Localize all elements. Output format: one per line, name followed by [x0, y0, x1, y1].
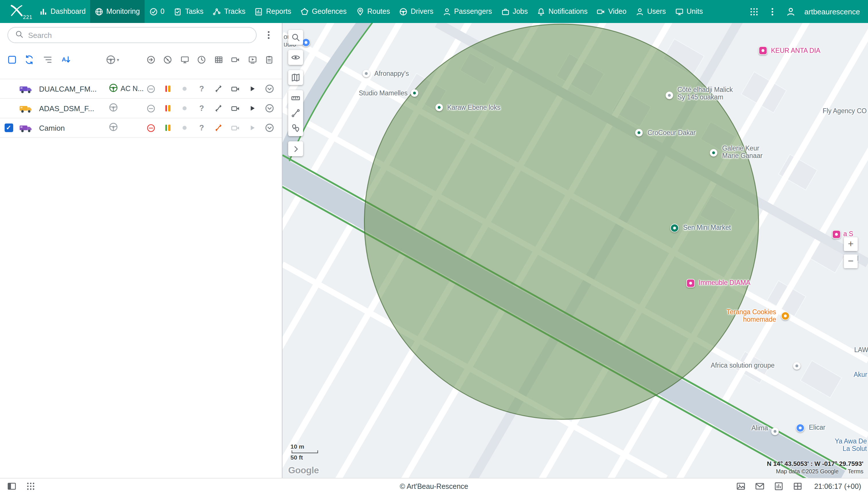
sort-az-button[interactable]: A	[59, 52, 74, 67]
poi-ring-icon	[411, 89, 418, 97]
table-view-icon[interactable]	[793, 481, 803, 491]
driver-cell[interactable]: AC N...	[108, 83, 144, 95]
unit-row[interactable]: ✓Camion?	[0, 118, 282, 138]
vehicle-icon	[19, 122, 33, 133]
nav-jobs[interactable]: Jobs	[497, 0, 532, 23]
nav-units[interactable]: Units	[671, 0, 708, 23]
poi-filled-icon	[781, 311, 790, 320]
column-no-signal-icon[interactable]	[159, 55, 176, 64]
collapse-panel-button[interactable]	[288, 141, 303, 156]
account-name[interactable]: artbeaurescence	[804, 7, 860, 16]
nav-geofences[interactable]: Geofences	[296, 0, 351, 23]
unit-row[interactable]: ADAS_DSM_F...?	[0, 99, 282, 118]
map-label: Afronappy's	[374, 70, 409, 78]
zoom-in-button[interactable]: +	[844, 237, 858, 251]
map-layers-button[interactable]	[288, 70, 303, 85]
markers-button[interactable]	[288, 121, 303, 136]
driver-cell[interactable]	[108, 122, 121, 134]
poi-ring-icon	[793, 362, 801, 369]
nav-routes[interactable]: Routes	[351, 0, 394, 23]
apps-dock-icon[interactable]	[26, 481, 36, 491]
map[interactable]: ouudioAfronappy'sStudio MamellesKaraw Eb…	[282, 23, 868, 478]
monitoring-icon	[95, 7, 103, 16]
search-input[interactable]	[28, 31, 249, 39]
measure-button[interactable]	[288, 91, 303, 106]
nav-drivers[interactable]: Drivers	[395, 0, 438, 23]
column-playback-icon[interactable]	[244, 55, 261, 64]
nav-dashboard[interactable]: Dashboard	[35, 0, 90, 23]
account-icon[interactable]	[786, 6, 796, 16]
apps-grid-icon[interactable]	[749, 6, 759, 16]
toggle-panel-icon[interactable]	[7, 481, 17, 491]
zoom-out-button[interactable]: −	[844, 254, 858, 268]
unit-row[interactable]: DUALCAM_FM...AC N...?	[0, 79, 282, 99]
refresh-button[interactable]	[22, 52, 37, 67]
play-icon[interactable]	[244, 104, 261, 112]
multiselect-button[interactable]	[5, 52, 20, 67]
messages-icon[interactable]	[755, 481, 765, 491]
nav-label: Tracks	[224, 7, 245, 16]
nav-label: Drivers	[411, 7, 433, 16]
column-time-icon[interactable]	[193, 55, 210, 64]
routing-button[interactable]	[288, 106, 303, 121]
column-commands-icon[interactable]	[142, 55, 159, 64]
map-labels: ouudioAfronappy'sStudio MamellesKaraw Eb…	[282, 23, 868, 478]
terms-link[interactable]: Terms	[848, 468, 863, 474]
nav-tracks[interactable]: Tracks	[208, 0, 250, 23]
nav-tasks[interactable]: Tasks	[169, 0, 208, 23]
unit-checkbox[interactable]: ✓	[4, 123, 13, 132]
driver-filter-button[interactable]: ▾	[105, 52, 120, 67]
expand-icon[interactable]	[261, 103, 278, 113]
panel-menu-icon[interactable]	[261, 30, 276, 40]
expand-icon[interactable]	[261, 84, 278, 94]
map-label: Africa solution groupe	[711, 362, 774, 369]
map-label: Karaw Ebene loks	[447, 104, 500, 111]
map-label: CroCoeur Dakar	[648, 129, 695, 137]
nav-apps-count[interactable]: 0	[144, 0, 169, 23]
unit-name[interactable]: DUALCAM_FM...	[39, 84, 97, 93]
app-logo[interactable]: 221	[0, 0, 35, 23]
nav-notifications[interactable]: Notifications	[532, 0, 592, 23]
nav-reports[interactable]: Reports	[250, 0, 296, 23]
geofences-icon	[300, 7, 309, 16]
column-monitor-icon[interactable]	[176, 55, 193, 64]
camera-icon[interactable]	[227, 84, 244, 93]
driver-cell[interactable]	[108, 102, 121, 114]
media-icon[interactable]	[736, 481, 746, 491]
unit-name[interactable]: ADAS_DSM_F...	[39, 104, 94, 113]
column-log-icon[interactable]	[261, 55, 278, 64]
poi-ring-icon	[435, 104, 443, 111]
play-icon[interactable]	[244, 85, 261, 93]
poi-ring-icon	[635, 129, 643, 136]
nav-monitoring[interactable]: Monitoring	[90, 0, 144, 23]
column-camera-icon[interactable]	[227, 55, 244, 64]
more-menu-icon[interactable]	[768, 6, 777, 16]
unit-checkbox[interactable]	[4, 104, 13, 113]
hierarchy-button[interactable]	[40, 52, 55, 67]
column-data-table-icon[interactable]	[210, 55, 227, 64]
driver-name: AC N...	[121, 85, 144, 93]
nav-video[interactable]: Video	[592, 0, 631, 23]
map-search-button[interactable]	[288, 30, 303, 45]
nav-label: Notifications	[549, 7, 588, 16]
map-visibility-button[interactable]	[288, 50, 303, 65]
map-label: Sen Mini Market	[683, 224, 731, 231]
google-logo[interactable]: Google	[288, 465, 319, 476]
statusbar-left-icons	[7, 481, 36, 491]
charts-icon[interactable]	[774, 481, 784, 491]
map-scale: 10 m 50 ft	[291, 443, 318, 461]
unit-checkbox[interactable]	[4, 84, 13, 93]
play-icon[interactable]	[244, 124, 261, 132]
video-icon	[597, 7, 605, 16]
unit-name[interactable]: Camion	[39, 124, 65, 132]
data-flow-icon	[210, 104, 227, 113]
column-headers	[142, 47, 278, 72]
nav-users[interactable]: Users	[631, 0, 670, 23]
nav-passengers[interactable]: Passengers	[438, 0, 497, 23]
camera-icon[interactable]	[227, 104, 244, 113]
expand-icon[interactable]	[261, 123, 278, 133]
nav-label: Geofences	[312, 7, 347, 16]
map-label: Immeuble DIAMA	[699, 279, 750, 287]
camera-icon[interactable]	[227, 123, 244, 132]
svg-text:A: A	[62, 56, 66, 63]
